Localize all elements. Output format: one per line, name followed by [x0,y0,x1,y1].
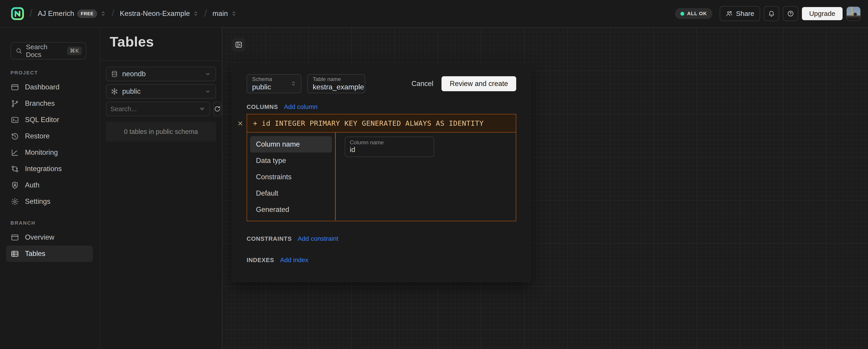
add-column-link[interactable]: Add column [284,103,317,110]
tables-search-input[interactable] [111,105,196,113]
sidebar-section-title: BRANCH [10,220,100,226]
topbar: /AJ EmerichFREE/Kestra-Neon-Example/main… [0,0,868,28]
sidebar-item-restore[interactable]: Restore [6,128,93,144]
share-people-icon [725,10,733,17]
search-icon [16,47,22,54]
breadcrumb-label: main [213,9,228,18]
add-index-link[interactable]: Add index [280,256,308,264]
restore-icon [11,132,19,140]
tables-empty-state: 0 tables in public schema [106,121,216,142]
chevron-down-icon [205,88,211,95]
sidebar-section-title: PROJECT [10,70,100,76]
sidebar-item-dashboard[interactable]: Dashboard [6,79,93,95]
sidebar-item-auth[interactable]: Auth [6,177,93,193]
schema-field-value: public [252,83,272,91]
breadcrumb-items: /AJ EmerichFREE/Kestra-Neon-Example/main [30,8,237,19]
neon-logo[interactable] [11,7,24,20]
sidebar-item-label: Integrations [25,165,62,173]
breadcrumb-separator: / [30,7,32,19]
editor-tab-default[interactable]: Default [250,185,332,202]
sidebar-item-branches[interactable]: Branches [6,95,93,112]
indexes-section-label: INDEXES [247,257,274,264]
breadcrumb-label: Kestra-Neon-Example [120,9,190,18]
neon-console-app: /AJ EmerichFREE/Kestra-Neon-Example/main… [0,0,868,349]
breadcrumb-separator: / [112,7,114,19]
breadcrumb-label: AJ Emerich [38,9,74,18]
editor-tab-data-type[interactable]: Data type [250,152,332,169]
sort-updown-icon [290,80,297,88]
breadcrumb-item-aj-emerich[interactable]: AJ EmerichFREE [38,9,106,18]
sidebar-item-label: Tables [25,250,45,258]
editor-tab-constraints[interactable]: Constraints [250,169,332,185]
columns-section-header: COLUMNS Add column [247,103,516,111]
collapse-panel-button[interactable] [232,38,245,51]
schema-select-value: public [122,88,141,96]
status-badge[interactable]: ALL OK [675,8,712,19]
breadcrumb-separator: / [204,7,207,19]
editor-tab-column-name[interactable]: Column name [250,136,332,152]
sort-updown-icon[interactable] [193,10,199,18]
indexes-section-header: INDEXES Add index [247,256,516,264]
sidebar-item-tables[interactable]: Tables [6,246,93,262]
column-ddl-row[interactable]: + id INTEGER PRIMARY KEY GENERATED ALWAY… [247,114,516,133]
editor-tab-generated[interactable]: Generated [250,202,332,218]
status-badge-label: ALL OK [687,11,707,16]
main-layout: Search Docs ⌘K PROJECTDashboardBranchesS… [0,28,868,349]
breadcrumb-item-main[interactable]: main [213,9,237,18]
schema-icon [111,88,118,95]
sidebar-item-overview[interactable]: Overview [6,229,93,246]
search-docs-label: Search Docs [26,43,64,59]
constraints-section-label: CONSTRAINTS [247,235,292,242]
help-button[interactable] [783,6,798,21]
column-name-input[interactable]: Column name id [345,137,434,157]
tables-panel: Tables neondb public [100,28,222,349]
keyboard-shortcut-badge: ⌘K [67,46,82,55]
sidebar-item-settings[interactable]: Settings [6,193,93,210]
schema-select[interactable]: public [106,84,216,99]
sort-updown-icon[interactable] [231,10,237,18]
remove-column-button[interactable] [236,119,244,128]
breadcrumb-item-kestra-neon-example[interactable]: Kestra-Neon-Example [120,9,199,18]
share-button[interactable]: Share [720,6,760,21]
tables-icon [11,250,19,258]
column-editor-body: Column nameData typeConstraintsDefaultGe… [247,133,516,220]
cancel-button[interactable]: Cancel [411,80,434,88]
sort-updown-icon[interactable] [100,10,106,18]
review-and-create-button[interactable]: Review and create [441,76,516,91]
help-icon [787,10,794,17]
chevron-down-icon [205,71,211,77]
add-constraint-link[interactable]: Add constraint [298,235,338,242]
collapse-panel-icon [235,41,243,48]
sidebar-sections: PROJECTDashboardBranchesSQL EditorRestor… [0,70,100,262]
sidebar-item-label: Monitoring [25,148,58,156]
avatar[interactable] [846,6,861,21]
sidebar-item-integrations[interactable]: Integrations [6,161,93,177]
share-button-label: Share [736,10,754,18]
sidebar-item-monitoring[interactable]: Monitoring [6,144,93,161]
tables-panel-header: Tables [100,28,222,61]
branches-icon [11,99,19,108]
table-name-field[interactable]: Table name kestra_example [307,74,365,93]
column-name-input-value: id [350,146,429,154]
create-table-dialog: Schema public Table name kestra_example … [232,62,531,282]
column-editor-fields: Column name id [336,133,516,220]
dialog-schema-select[interactable]: Schema public [247,74,301,93]
sidebar-item-label: Restore [25,132,50,140]
sidebar-item-sql-editor[interactable]: SQL Editor [6,112,93,128]
constraints-section-header: CONSTRAINTS Add constraint [247,235,516,243]
bell-icon [768,10,775,17]
overview-icon [11,233,19,242]
close-icon [237,120,244,127]
upgrade-button[interactable]: Upgrade [802,7,843,20]
notifications-button[interactable] [764,6,779,21]
sidebar-item-label: Branches [25,99,55,108]
database-select[interactable]: neondb [106,67,216,81]
filter-icon[interactable] [199,106,206,112]
column-editor-tabs: Column nameData typeConstraintsDefaultGe… [247,133,336,220]
column-name-input-label: Column name [350,139,429,146]
tables-search-row [106,102,216,116]
search-docs-button[interactable]: Search Docs ⌘K [10,42,86,60]
dashboard-icon [11,83,19,92]
refresh-button[interactable] [213,102,221,116]
upgrade-button-label: Upgrade [809,10,835,18]
